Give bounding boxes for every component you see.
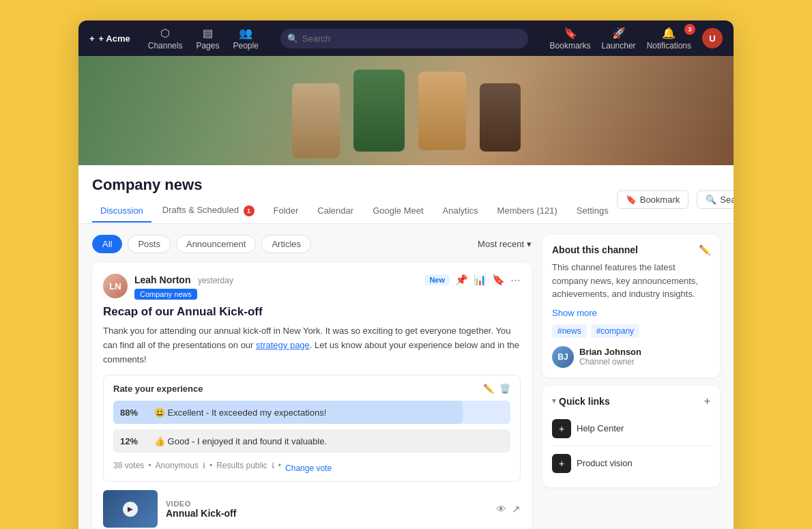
video-share-icon[interactable]: ↗ [512,503,521,515]
launcher-label: Launcher [602,41,636,51]
search-icon: 🔍 [287,33,298,44]
channel-actions: 🔖 Bookmark 🔍 Search [617,190,734,209]
poll-title: Rate your experience ✏️ 🗑️ [113,384,510,394]
tab-members[interactable]: Members (121) [489,200,566,223]
nav-channels[interactable]: ⬡ Channels [148,27,183,51]
quick-links-header: ▾ Quick links + [552,395,710,408]
show-more-link[interactable]: Show more [552,308,597,318]
post-card: LN Leah Norton yesterday Company news Ne… [92,263,532,529]
nav-search-container: 🔍 [280,29,528,48]
tag-company[interactable]: #company [591,324,639,338]
owner-name: Brian Johnson [579,347,641,357]
video-title: Annual Kick-off [166,508,488,519]
post-tag: Company news [134,289,197,300]
more-options-icon[interactable]: ⋯ [510,274,521,286]
person1 [292,83,340,158]
tab-google-meet[interactable]: Google Meet [364,200,431,223]
nav-logo[interactable]: + + Acme [89,33,132,44]
help-center-label: Help Center [577,423,624,433]
post-author-avatar: LN [103,274,128,298]
about-header: About this channel ✏️ [552,244,710,255]
notifications-button[interactable]: 🔔 3 Notifications [647,27,691,51]
person3 [418,72,466,150]
video-eye-icon[interactable]: 👁 [496,503,506,515]
tab-calendar[interactable]: Calendar [309,200,362,223]
poll-pct-2: 12% [120,436,138,446]
quick-links-box: ▾ Quick links + + Help Center + Product … [542,386,720,487]
notifications-badge: 3 [684,24,695,35]
results-info-icon[interactable]: ℹ [272,461,274,470]
pin-icon[interactable]: 📌 [455,274,468,286]
search-icon: 🔍 [706,195,716,205]
plus-icon: + [89,33,95,44]
pages-icon: ▤ [203,27,213,40]
video-preview: ▶ VIDEO Annual Kick-off 👁 ↗ [103,490,521,528]
bookmarks-label: Bookmarks [550,41,591,51]
filter-articles[interactable]: Articles [261,235,311,253]
tab-folder[interactable]: Folder [265,200,307,223]
people-label: People [233,41,258,51]
video-info: VIDEO Annual Kick-off [166,500,488,519]
tab-drafts[interactable]: Drafts & Scheduled 1 [154,199,263,223]
sort-label: Most recent [478,239,524,249]
quick-link-help[interactable]: + Help Center [552,414,710,443]
quick-link-product[interactable]: + Product vision [552,449,710,478]
new-badge: New [424,274,450,285]
video-label: VIDEO [166,500,488,508]
chevron-down-icon: ▾ [552,397,556,405]
nav-items: ⬡ Channels ▤ Pages 👥 People [148,27,259,51]
post-time: yesterday [198,276,233,285]
logo-text: + Acme [99,33,130,44]
channel-header: Company news Discussion Drafts & Schedul… [78,165,734,224]
nav-right: 🔖 Bookmarks 🚀 Launcher 🔔 3 Notifications… [550,27,723,51]
delete-poll-icon[interactable]: 🗑️ [499,384,510,394]
sort-button[interactable]: Most recent ▾ [478,239,532,249]
filter-announcement[interactable]: Announcement [176,235,256,253]
owner-role: Channel owner [579,357,641,367]
channel-search-button[interactable]: 🔍 Search [697,190,734,209]
launcher-button[interactable]: 🚀 Launcher [602,27,636,51]
drafts-badge: 1 [244,205,255,216]
user-avatar[interactable]: U [702,28,723,48]
post-header: LN Leah Norton yesterday Company news Ne… [103,274,521,300]
tab-analytics[interactable]: Analytics [435,200,487,223]
post-author-name: Leah Norton [134,274,190,285]
tag-news[interactable]: #news [552,324,587,338]
help-center-icon: + [552,419,571,438]
nav-people[interactable]: 👥 People [233,27,258,51]
edit-poll-icon[interactable]: ✏️ [483,384,494,394]
play-button[interactable]: ▶ [123,502,138,517]
about-title: About this channel [552,244,638,255]
filter-bar: All Posts Announcement Articles Most rec… [92,235,532,253]
poll-bar-2[interactable]: 12% 👍 Good - I enjoyed it and found it v… [113,429,510,453]
tab-discussion[interactable]: Discussion [92,200,151,223]
hero-overlay [78,56,734,165]
feed-column: All Posts Announcement Articles Most rec… [92,235,532,529]
strategy-page-link[interactable]: strategy page [256,340,310,350]
poll-bar-1[interactable]: 88% 😃 Excellent - It exceeded my expecta… [113,401,510,424]
filter-all[interactable]: All [92,235,122,253]
change-vote-link[interactable]: Change vote [285,463,332,473]
owner-avatar: BJ [552,346,574,368]
poll-label-1: 😃 Excellent - It exceeded my expectation… [154,408,326,418]
tab-settings[interactable]: Settings [568,200,617,223]
chart-icon[interactable]: 📊 [474,274,487,286]
anonymous-info-icon[interactable]: ℹ [203,461,205,470]
video-thumbnail[interactable]: ▶ [103,490,158,528]
add-quick-link-icon[interactable]: + [704,395,710,408]
channels-label: Channels [148,41,183,51]
channels-icon: ⬡ [160,27,170,40]
quick-links-title: ▾ Quick links [552,396,610,407]
search-input[interactable] [280,29,528,48]
bookmark-button[interactable]: 🔖 Bookmark [617,190,689,209]
bookmark-post-icon[interactable]: 🔖 [492,274,505,286]
bookmarks-button[interactable]: 🔖 Bookmarks [550,27,591,51]
product-vision-icon: + [552,454,571,473]
nav-pages[interactable]: ▤ Pages [196,27,219,51]
post-meta: Leah Norton yesterday Company news [134,274,418,300]
edit-about-icon[interactable]: ✏️ [699,244,710,255]
browser-window: + + Acme ⬡ Channels ▤ Pages 👥 People 🔍 [78,20,734,529]
poll-results: Results public [216,461,267,470]
filter-posts[interactable]: Posts [128,235,171,253]
poll-footer: 38 votes • Anonymous ℹ • Results public … [113,458,510,473]
